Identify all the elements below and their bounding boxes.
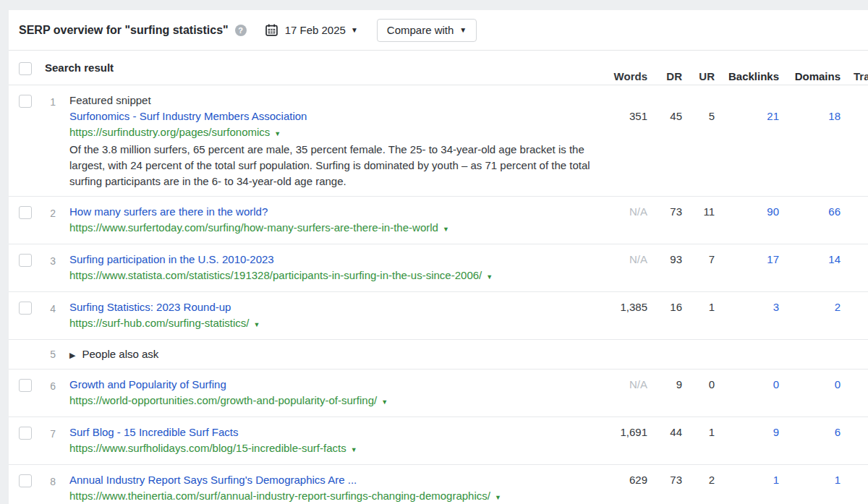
words-value: 629 [611,472,647,488]
row-checkbox[interactable] [19,95,32,108]
table-header-row: Search result Words DR UR Backlinks Doma… [9,51,868,85]
chevron-down-icon[interactable]: ▼ [486,273,493,281]
table-row: 8 Annual Industry Report Says Surfing's … [9,465,868,504]
words-value: N/A [611,377,647,393]
result-title-link[interactable]: Surfing participation in the U.S. 2010-2… [69,252,274,268]
table-row: 4 Surfing Statistics: 2023 Round-up http… [9,292,868,340]
dr-value: 9 [647,377,682,393]
row-stats: 1,385 16 1 3 2 [611,292,868,315]
group-row-toggle[interactable]: ▶People also ask [69,346,868,363]
chevron-down-icon[interactable]: ▼ [443,226,449,233]
result-snippet: Of the 3.8 million surfers, 65 percent a… [69,142,611,189]
row-position: 2 [32,197,56,221]
domains-link[interactable]: 66 [779,204,841,220]
row-stats: N/A 93 7 17 14 [611,244,868,268]
domains-link[interactable]: 0 [779,377,841,393]
backlinks-link[interactable]: 0 [715,377,779,393]
row-checkbox[interactable] [19,206,32,219]
traffic-value [841,377,868,393]
backlinks-link[interactable]: 90 [715,204,779,220]
expand-icon: ▶ [69,351,75,359]
chevron-down-icon[interactable]: ▼ [274,130,281,137]
date-picker[interactable]: 17 Feb 2025 ▼ [265,24,358,36]
row-position: 7 [32,417,56,442]
result-title-link[interactable]: Growth and Popularity of Surfing [69,377,226,393]
select-all-checkbox[interactable] [19,62,32,75]
result-url-link[interactable]: https://www.surfertoday.com/surfing/how-… [69,221,438,234]
ur-value: 1 [682,424,715,440]
row-position: 1 [32,85,56,110]
traffic-value [841,108,868,124]
domains-link[interactable]: 14 [779,252,841,268]
result-title-link[interactable]: Surfonomics - Surf Industry Members Asso… [69,108,307,124]
result-title-link[interactable]: Surfing Statistics: 2023 Round-up [69,299,231,315]
table-row: 2 How many surfers are there in the worl… [9,197,868,244]
result-title-link[interactable]: How many surfers are there in the world? [69,204,268,220]
dr-value: 45 [647,108,682,124]
column-header-dr: DR [647,69,682,85]
group-label: People also ask [82,348,158,360]
result-url-link[interactable]: https://www.statista.com/statistics/1913… [69,269,482,281]
serp-overview-panel: SERP overview for "surfing statistics" ? [9,10,868,504]
row-position: 8 [32,465,56,490]
dr-value: 73 [647,472,682,488]
backlinks-link[interactable]: 9 [715,424,779,440]
result-content: Surfing participation in the U.S. 2010-2… [69,244,611,291]
chevron-down-icon: ▼ [351,27,358,34]
row-checkbox[interactable] [19,254,32,267]
table-row: 1 Featured snippet Surfonomics - Surf In… [9,85,868,197]
row-checkbox[interactable] [19,474,32,487]
traffic-value [841,252,868,268]
calendar-icon [265,24,278,36]
chevron-down-icon[interactable]: ▼ [351,446,357,453]
domains-link[interactable]: 18 [779,108,841,124]
result-content: Surfing Statistics: 2023 Round-up https:… [69,292,611,339]
result-title-link[interactable]: Surf Blog - 15 Incredible Surf Facts [69,424,238,440]
chevron-down-icon[interactable]: ▼ [495,494,501,501]
chevron-down-icon[interactable]: ▼ [253,321,260,328]
result-url-link[interactable]: https://www.theinertia.com/surf/annual-i… [69,490,490,502]
result-content: How many surfers are there in the world?… [69,197,611,244]
table-row: 5 ▶People also ask [9,340,868,370]
ur-value: 7 [682,252,715,268]
backlinks-link[interactable]: 1 [715,472,779,488]
domains-link[interactable]: 1 [779,472,841,488]
words-value: 1,691 [611,424,647,440]
panel-header: SERP overview for "surfing statistics" ? [9,10,868,51]
row-checkbox[interactable] [19,427,32,440]
result-title-link[interactable]: Annual Industry Report Says Surfing's De… [69,472,357,488]
result-url-link[interactable]: https://surfindustry.org/pages/surfonomi… [69,126,270,138]
result-url-link[interactable]: https://world-opportunities.com/growth-a… [69,394,377,406]
row-checkbox[interactable] [19,302,32,315]
result-url-link[interactable]: https://surf-hub.com/surfing-statistics/ [69,317,249,329]
backlinks-link[interactable]: 21 [715,108,779,124]
column-header-words: Words [611,69,647,85]
backlinks-link[interactable]: 3 [715,299,779,315]
row-checkbox[interactable] [19,379,32,392]
result-content: Surf Blog - 15 Incredible Surf Facts htt… [69,417,611,464]
result-url-link[interactable]: https://www.surfholidays.com/blog/15-inc… [69,442,346,454]
domains-link[interactable]: 2 [779,299,841,315]
column-header-traffic: Tra [841,69,868,85]
row-position: 5 [32,340,56,362]
dr-value: 44 [647,424,682,440]
chevron-down-icon[interactable]: ▼ [381,398,388,406]
serp-overview-page: SERP overview for "surfing statistics" ? [0,0,868,504]
words-value: 1,385 [611,299,647,315]
traffic-value [841,424,868,440]
dr-value: 73 [647,204,682,220]
ur-value: 5 [682,108,715,124]
row-position: 6 [32,370,56,394]
row-stats: N/A 73 11 90 66 [611,197,868,220]
row-stats: 629 73 2 1 1 [611,465,868,488]
column-headers-stats: Words DR UR Backlinks Domains Tra [611,61,868,85]
help-icon[interactable]: ? [235,25,247,36]
ur-value: 2 [682,472,715,488]
result-content: Growth and Popularity of Surfing https:/… [69,370,611,417]
traffic-value [841,299,868,315]
chevron-down-icon: ▼ [459,27,467,34]
column-header-domains: Domains [779,69,841,85]
compare-with-button[interactable]: Compare with ▼ [377,19,477,42]
backlinks-link[interactable]: 17 [715,252,779,268]
domains-link[interactable]: 6 [779,424,841,440]
